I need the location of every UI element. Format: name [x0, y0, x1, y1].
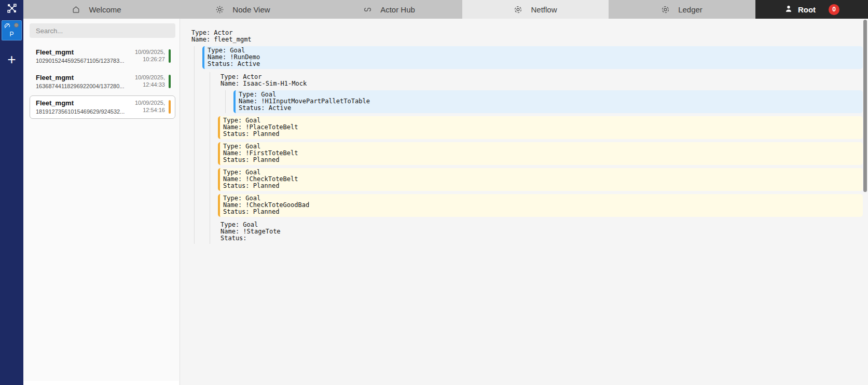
tree-children: Type: GoalName: !RunDemoStatus: ActiveTy…: [194, 46, 868, 244]
session-id: 16368744118296922004/137280...: [36, 83, 132, 89]
session-item[interactable]: Fleet_mgmt10290152445925671105/123783...…: [30, 45, 175, 68]
tree-node-line: Name: !H1InputMovePartPalletToTable: [239, 98, 863, 105]
app-logo[interactable]: [0, 0, 23, 19]
dashed-circle-icon: [661, 5, 670, 14]
links-icon: [363, 5, 372, 14]
session-item-main: Fleet_mgmt16368744118296922004/137280...: [36, 74, 132, 89]
tree-node-line: Name: !FirstToteBelt: [223, 150, 863, 157]
tab-actor-hub[interactable]: Actor Hub: [316, 0, 462, 19]
tab-bar: WelcomeNode ViewActor HubNetflowLedger R…: [0, 0, 868, 19]
session-item-main: Fleet_mgmt10290152445925671105/123783...: [36, 48, 132, 64]
session-item-main: Fleet_mgmt18191273561015469629/924532...: [36, 99, 132, 115]
session-item[interactable]: Fleet_mgmt18191273561015469629/924532...…: [30, 95, 175, 119]
tab-strip: WelcomeNode ViewActor HubNetflowLedger: [23, 0, 755, 19]
tab-netflow[interactable]: Netflow: [462, 0, 609, 19]
tree-children: Type: GoalName: !H1InputMovePartPalletTo…: [225, 90, 868, 113]
tab-label: Node View: [232, 5, 270, 14]
tree-node-line: Status: Planned: [223, 157, 863, 163]
tab-ledger[interactable]: Ledger: [609, 0, 755, 19]
workspace-letter: P: [2, 31, 21, 38]
tree-node-line: Type: Goal: [221, 222, 868, 228]
content-area: P + Fleet_mgmt10290152445925671105/12378…: [0, 19, 868, 385]
tab-node-view[interactable]: Node View: [170, 0, 316, 19]
goal-tree: Type: ActorName: fleet_mgmtType: GoalNam…: [191, 28, 868, 244]
session-timestamp: 10/09/2025,12:54:16: [135, 100, 165, 114]
session-status-bar: [169, 49, 171, 63]
tree-node-line: Name: !StageTote: [221, 228, 868, 235]
tab-label: Welcome: [89, 5, 121, 14]
app-window: WelcomeNode ViewActor HubNetflowLedger R…: [0, 0, 868, 385]
tree-node-line: Status:: [221, 235, 868, 242]
tree-node-isaac-sim-h1-mock: Type: ActorName: Isaac-Sim-H1-Mock: [210, 72, 868, 89]
tree-node-line: Type: Goal: [208, 47, 863, 54]
session-list: Fleet_mgmt10290152445925671105/123783...…: [30, 45, 175, 119]
tree-children: Type: ActorName: Isaac-Sim-H1-MockType: …: [210, 72, 868, 244]
session-status-bar: [169, 75, 171, 88]
tree-node-line: Name: !RunDemo: [208, 54, 863, 61]
session-title: Fleet_mgmt: [36, 48, 132, 56]
tree-node-line: Name: !CheckToteBelt: [223, 176, 863, 183]
netflow-view: Type: ActorName: fleet_mgmtType: GoalNam…: [180, 19, 868, 385]
tree-node-placetotebelt[interactable]: Type: GoalName: !PlaceToteBeltStatus: Pl…: [218, 116, 863, 139]
tree-node-checktotegoodbad[interactable]: Type: GoalName: !CheckToteGoodBadStatus:…: [218, 194, 863, 217]
tree-node-line: Name: !CheckToteGoodBad: [223, 202, 863, 209]
tree-node-line: Type: Goal: [223, 195, 863, 202]
tab-label: Actor Hub: [380, 5, 415, 14]
tree-node-line: Type: Actor: [221, 74, 868, 80]
tree-node-line: Status: Active: [239, 105, 863, 112]
tree-node-line: Name: !PlaceToteBelt: [223, 124, 863, 131]
tree-node-line: Type: Goal: [223, 169, 863, 176]
session-id: 10290152445925671105/123783...: [36, 58, 132, 64]
tree-node-line: Status: Planned: [223, 183, 863, 189]
status-dot: [14, 23, 19, 28]
network-icon: [6, 3, 18, 16]
session-panel: Fleet_mgmt10290152445925671105/123783...…: [23, 19, 180, 385]
tab-label: Netflow: [531, 5, 557, 14]
add-workspace-button[interactable]: +: [4, 52, 19, 67]
tree-node-firsttotebelt[interactable]: Type: GoalName: !FirstToteBeltStatus: Pl…: [218, 142, 863, 165]
tree-node-line: Status: Active: [208, 61, 863, 67]
tab-label: Ledger: [678, 5, 702, 14]
session-title: Fleet_mgmt: [36, 99, 132, 107]
tree-node-line: Type: Goal: [223, 143, 863, 150]
workspace-tile[interactable]: P: [2, 20, 22, 40]
user-label: Root: [798, 5, 816, 14]
tree-node-line: Status: Planned: [223, 209, 863, 215]
tree-node-checktotebelt[interactable]: Type: GoalName: !CheckToteBeltStatus: Pl…: [218, 168, 863, 191]
cloud-off-icon: [4, 22, 10, 29]
tree-node-line: Type: Actor: [191, 30, 868, 36]
dashed-circle-icon: [514, 5, 522, 14]
search-input[interactable]: [30, 23, 175, 38]
workspace-rail: P +: [0, 19, 23, 385]
tree-node-line: Name: fleet_mgmt: [191, 36, 868, 43]
node-gear-icon: [215, 5, 224, 14]
session-title: Fleet_mgmt: [36, 74, 132, 81]
session-item[interactable]: Fleet_mgmt16368744118296922004/137280...…: [30, 70, 175, 93]
home-icon: [72, 5, 80, 14]
session-id: 18191273561015469629/924532...: [36, 108, 132, 115]
tree-node-rundemo[interactable]: Type: GoalName: !RunDemoStatus: Active: [202, 46, 863, 69]
session-status-bar: [169, 100, 171, 114]
tree-node-line: Name: Isaac-Sim-H1-Mock: [221, 80, 868, 87]
person-icon: [784, 4, 793, 15]
notification-badge: 0: [829, 4, 839, 15]
tab-welcome[interactable]: Welcome: [23, 0, 170, 19]
session-timestamp: 10/09/2025,12:44:33: [135, 74, 165, 89]
tree-node-stagetote: Type: GoalName: !StageToteStatus:: [210, 220, 868, 244]
tree-node-fleet-mgmt: Type: ActorName: fleet_mgmt: [191, 28, 868, 45]
session-timestamp: 10/09/2025,10:26:27: [135, 49, 165, 63]
user-menu[interactable]: Root 0: [755, 0, 868, 19]
tree-node-line: Status: Planned: [223, 131, 863, 138]
tree-node-h1inputmovepartpallettotable[interactable]: Type: GoalName: !H1InputMovePartPalletTo…: [233, 90, 863, 113]
main-scrollbar-thumb[interactable]: [863, 20, 867, 192]
tree-node-line: Type: Goal: [223, 117, 863, 124]
